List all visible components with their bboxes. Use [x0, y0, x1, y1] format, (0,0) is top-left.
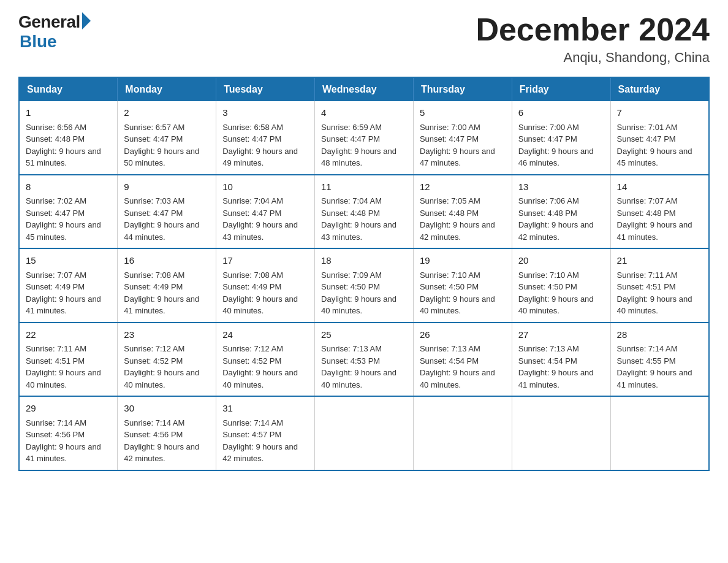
day-number: 23 — [124, 328, 210, 342]
week-row-2: 8Sunrise: 7:02 AMSunset: 4:47 PMDaylight… — [19, 175, 709, 249]
header-cell-friday: Friday — [512, 77, 610, 101]
day-info: Sunrise: 7:02 AMSunset: 4:47 PMDaylight:… — [26, 195, 111, 243]
day-cell: 27Sunrise: 7:13 AMSunset: 4:54 PMDayligh… — [512, 323, 610, 397]
day-info: Sunrise: 7:09 AMSunset: 4:50 PMDaylight:… — [321, 269, 407, 317]
location-title: Anqiu, Shandong, China — [476, 50, 710, 66]
day-cell: 23Sunrise: 7:12 AMSunset: 4:52 PMDayligh… — [118, 323, 216, 397]
day-number: 24 — [222, 328, 308, 342]
title-section: December 2024 Anqiu, Shandong, China — [476, 12, 710, 66]
day-number: 27 — [518, 328, 604, 342]
day-cell: 24Sunrise: 7:12 AMSunset: 4:52 PMDayligh… — [216, 323, 315, 397]
day-cell: 5Sunrise: 7:00 AMSunset: 4:47 PMDaylight… — [413, 101, 512, 175]
day-number: 1 — [26, 106, 111, 120]
week-row-4: 22Sunrise: 7:11 AMSunset: 4:51 PMDayligh… — [19, 323, 709, 397]
day-number: 12 — [420, 180, 506, 194]
day-info: Sunrise: 7:13 AMSunset: 4:54 PMDaylight:… — [518, 343, 604, 391]
day-info: Sunrise: 7:14 AMSunset: 4:56 PMDaylight:… — [26, 417, 111, 465]
day-info: Sunrise: 6:59 AMSunset: 4:47 PMDaylight:… — [321, 121, 407, 169]
day-cell — [413, 396, 512, 470]
header-cell-wednesday: Wednesday — [315, 77, 414, 101]
day-cell: 31Sunrise: 7:14 AMSunset: 4:57 PMDayligh… — [216, 396, 315, 470]
day-number: 20 — [518, 254, 604, 268]
day-cell: 7Sunrise: 7:01 AMSunset: 4:47 PMDaylight… — [610, 101, 709, 175]
day-info: Sunrise: 7:14 AMSunset: 4:56 PMDaylight:… — [124, 417, 210, 465]
day-cell: 28Sunrise: 7:14 AMSunset: 4:55 PMDayligh… — [610, 323, 709, 397]
day-cell: 2Sunrise: 6:57 AMSunset: 4:47 PMDaylight… — [118, 101, 216, 175]
day-number: 10 — [222, 180, 308, 194]
calendar-table: SundayMondayTuesdayWednesdayThursdayFrid… — [18, 77, 710, 471]
day-info: Sunrise: 7:08 AMSunset: 4:49 PMDaylight:… — [222, 269, 308, 317]
day-info: Sunrise: 7:00 AMSunset: 4:47 PMDaylight:… — [518, 121, 604, 169]
day-cell: 22Sunrise: 7:11 AMSunset: 4:51 PMDayligh… — [19, 323, 118, 397]
day-number: 3 — [222, 106, 308, 120]
week-row-5: 29Sunrise: 7:14 AMSunset: 4:56 PMDayligh… — [19, 396, 709, 470]
day-cell: 12Sunrise: 7:05 AMSunset: 4:48 PMDayligh… — [413, 175, 512, 249]
day-cell: 26Sunrise: 7:13 AMSunset: 4:54 PMDayligh… — [413, 323, 512, 397]
day-cell: 1Sunrise: 6:56 AMSunset: 4:48 PMDaylight… — [19, 101, 118, 175]
day-info: Sunrise: 7:12 AMSunset: 4:52 PMDaylight:… — [124, 343, 210, 391]
day-info: Sunrise: 7:07 AMSunset: 4:48 PMDaylight:… — [617, 195, 702, 243]
day-number: 30 — [124, 402, 210, 416]
day-cell: 9Sunrise: 7:03 AMSunset: 4:47 PMDaylight… — [118, 175, 216, 249]
day-cell: 30Sunrise: 7:14 AMSunset: 4:56 PMDayligh… — [118, 396, 216, 470]
day-cell: 17Sunrise: 7:08 AMSunset: 4:49 PMDayligh… — [216, 248, 315, 323]
header-cell-thursday: Thursday — [413, 77, 512, 101]
day-number: 17 — [222, 254, 308, 268]
day-number: 13 — [518, 180, 604, 194]
day-cell: 10Sunrise: 7:04 AMSunset: 4:47 PMDayligh… — [216, 175, 315, 249]
day-info: Sunrise: 7:12 AMSunset: 4:52 PMDaylight:… — [222, 343, 308, 391]
day-cell: 21Sunrise: 7:11 AMSunset: 4:51 PMDayligh… — [610, 248, 709, 323]
day-info: Sunrise: 7:14 AMSunset: 4:57 PMDaylight:… — [222, 417, 308, 465]
day-number: 9 — [124, 180, 210, 194]
day-info: Sunrise: 7:13 AMSunset: 4:53 PMDaylight:… — [321, 343, 407, 391]
header-cell-tuesday: Tuesday — [216, 77, 315, 101]
day-cell: 11Sunrise: 7:04 AMSunset: 4:48 PMDayligh… — [315, 175, 414, 249]
week-row-1: 1Sunrise: 6:56 AMSunset: 4:48 PMDaylight… — [19, 101, 709, 175]
header-cell-saturday: Saturday — [610, 77, 709, 101]
day-cell: 6Sunrise: 7:00 AMSunset: 4:47 PMDaylight… — [512, 101, 610, 175]
day-number: 26 — [420, 328, 506, 342]
day-info: Sunrise: 7:01 AMSunset: 4:47 PMDaylight:… — [617, 121, 702, 169]
day-cell: 4Sunrise: 6:59 AMSunset: 4:47 PMDaylight… — [315, 101, 414, 175]
day-number: 19 — [420, 254, 506, 268]
day-number: 14 — [617, 180, 702, 194]
day-cell: 8Sunrise: 7:02 AMSunset: 4:47 PMDaylight… — [19, 175, 118, 249]
day-info: Sunrise: 7:10 AMSunset: 4:50 PMDaylight:… — [420, 269, 506, 317]
day-number: 22 — [26, 328, 111, 342]
day-info: Sunrise: 7:00 AMSunset: 4:47 PMDaylight:… — [420, 121, 506, 169]
week-row-3: 15Sunrise: 7:07 AMSunset: 4:49 PMDayligh… — [19, 248, 709, 323]
day-info: Sunrise: 7:06 AMSunset: 4:48 PMDaylight:… — [518, 195, 604, 243]
day-info: Sunrise: 6:58 AMSunset: 4:47 PMDaylight:… — [222, 121, 308, 169]
day-cell: 25Sunrise: 7:13 AMSunset: 4:53 PMDayligh… — [315, 323, 414, 397]
day-cell: 15Sunrise: 7:07 AMSunset: 4:49 PMDayligh… — [19, 248, 118, 323]
day-info: Sunrise: 7:14 AMSunset: 4:55 PMDaylight:… — [617, 343, 702, 391]
day-info: Sunrise: 6:56 AMSunset: 4:48 PMDaylight:… — [26, 121, 111, 169]
day-info: Sunrise: 7:03 AMSunset: 4:47 PMDaylight:… — [124, 195, 210, 243]
day-info: Sunrise: 7:10 AMSunset: 4:50 PMDaylight:… — [518, 269, 604, 317]
day-number: 16 — [124, 254, 210, 268]
day-number: 28 — [617, 328, 702, 342]
day-number: 8 — [26, 180, 111, 194]
day-number: 25 — [321, 328, 407, 342]
day-number: 21 — [617, 254, 702, 268]
day-cell: 20Sunrise: 7:10 AMSunset: 4:50 PMDayligh… — [512, 248, 610, 323]
logo-blue-text: Blue — [20, 32, 57, 52]
day-info: Sunrise: 7:11 AMSunset: 4:51 PMDaylight:… — [617, 269, 702, 317]
day-cell: 29Sunrise: 7:14 AMSunset: 4:56 PMDayligh… — [19, 396, 118, 470]
day-number: 5 — [420, 106, 506, 120]
day-number: 2 — [124, 106, 210, 120]
day-info: Sunrise: 7:05 AMSunset: 4:48 PMDaylight:… — [420, 195, 506, 243]
day-info: Sunrise: 7:13 AMSunset: 4:54 PMDaylight:… — [420, 343, 506, 391]
day-info: Sunrise: 6:57 AMSunset: 4:47 PMDaylight:… — [124, 121, 210, 169]
logo-arrow-icon — [82, 12, 91, 29]
page-header: General Blue December 2024 Anqiu, Shando… — [18, 12, 710, 66]
day-number: 18 — [321, 254, 407, 268]
header-row: SundayMondayTuesdayWednesdayThursdayFrid… — [19, 77, 709, 101]
day-cell: 13Sunrise: 7:06 AMSunset: 4:48 PMDayligh… — [512, 175, 610, 249]
day-number: 11 — [321, 180, 407, 194]
day-number: 7 — [617, 106, 702, 120]
logo: General Blue — [18, 12, 91, 52]
day-number: 15 — [26, 254, 111, 268]
day-info: Sunrise: 7:11 AMSunset: 4:51 PMDaylight:… — [26, 343, 111, 391]
day-info: Sunrise: 7:07 AMSunset: 4:49 PMDaylight:… — [26, 269, 111, 317]
